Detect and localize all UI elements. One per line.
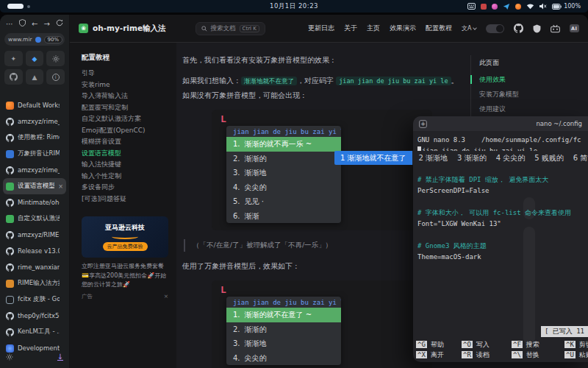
bilibili-tv-icon[interactable] (551, 24, 560, 33)
nav-config-tutorial[interactable]: 配置教程 (426, 24, 452, 33)
ime-candidate[interactable]: 4.尖尖的 (226, 351, 341, 366)
nav-home[interactable]: 主页 (367, 24, 380, 33)
docs-sidebar-item[interactable]: 设置语言模型 (82, 148, 168, 160)
zoom-level-badge[interactable]: 90% (44, 36, 63, 43)
reload-button[interactable] (56, 19, 63, 28)
tab-favicon (6, 150, 14, 158)
volume-icon[interactable] (539, 3, 547, 10)
language-switch[interactable]: 文A (462, 24, 476, 32)
ime-popup-after: jian jian de jiu bu zai yi le 1.渐渐的就不在意了… (226, 297, 341, 365)
browser-tab[interactable]: RIME输入法方案… (3, 275, 66, 291)
browser-menu-button[interactable]: ⋯ (6, 20, 13, 28)
nav-demo[interactable]: 效果演示 (390, 24, 416, 33)
ime-candidate[interactable]: 2 渐渐地 (419, 153, 448, 163)
tab-favicon (6, 263, 14, 272)
extension-button-3[interactable] (46, 51, 65, 66)
info-button[interactable]: i (46, 69, 65, 85)
docs-sidebar-item[interactable]: Emoji配置(OpenCC) (82, 125, 168, 137)
shield-icon[interactable] (19, 19, 26, 28)
docs-sidebar-item[interactable]: 输入法快捷键 (82, 159, 168, 171)
ime-candidate[interactable]: 2.渐渐的 (226, 322, 341, 337)
browser-tab[interactable]: KenLM工具 - … (3, 324, 66, 340)
browser-tab[interactable]: amzxyz/rime_wo… (3, 113, 66, 130)
outline-item[interactable]: 使用效果 (479, 72, 551, 87)
browser-tab[interactable]: fcitx 皮肤 - Goog… (3, 291, 66, 308)
browser-tab[interactable]: thep0y/fcitx5-th… (3, 308, 66, 324)
browser-tab[interactable]: 万象拼音让RIME… (3, 146, 66, 162)
extension-button-2[interactable]: ◆ (26, 51, 44, 66)
battery-indicator[interactable]: 100% (552, 3, 581, 10)
docs-sidebar-item[interactable]: 多设备同步 (82, 182, 168, 194)
ad-cta-button[interactable]: 云产品免费体验 (103, 242, 148, 251)
keyboard-layout-icon[interactable] (467, 3, 476, 10)
ime-candidate[interactable]: 3.渐渐地 (226, 336, 341, 351)
nav-about[interactable]: 关于 (344, 24, 357, 33)
docs-sidebar-item[interactable]: 导入薄荷输入法 (82, 91, 168, 102)
site-title[interactable]: oh-my-rime输入法 (93, 24, 166, 34)
browser-tab[interactable]: Default Worksp… (3, 97, 66, 113)
ime-candidate[interactable]: 5.见见 · (226, 194, 341, 209)
ime-candidate[interactable]: 3.渐渐地 (226, 166, 341, 180)
browser-tab[interactable]: 使用教程: Rime (3, 130, 66, 146)
outline-item[interactable]: 使用建议 (479, 102, 551, 116)
ad-close-icon[interactable]: × (164, 293, 168, 300)
browser-tab[interactable]: 自定义默认激活方… (3, 210, 66, 227)
new-tab-button[interactable]: + (419, 120, 427, 128)
search-input[interactable]: 搜索文档 Ctrl K (196, 22, 265, 35)
browser-tab[interactable]: Release v13.0.3… (3, 243, 66, 259)
docs-sidebar-item[interactable]: 自定义默认激活方案 (82, 113, 168, 125)
forward-button[interactable]: → (44, 20, 50, 28)
extension-button-1[interactable]: ✦ (4, 51, 23, 66)
downloads-icon[interactable]: ↓ (57, 353, 63, 361)
outline-title: 此页面 (479, 55, 551, 68)
ime-candidate[interactable]: 4 尖尖的 (496, 153, 526, 163)
nano-shortcut: ^F搜索 (512, 339, 564, 350)
github-icon[interactable] (514, 24, 523, 33)
tab-close-icon[interactable]: × (58, 183, 63, 190)
ad-card[interactable]: 亚马逊云科技 云产品免费体验 立即注册亚马逊云服务免费套餐💳享高达200美元抵扣… (82, 216, 168, 300)
tab-favicon (6, 102, 14, 110)
terminal-titlebar[interactable]: + nano ~/.config (413, 116, 588, 131)
search-icon (201, 26, 207, 32)
ime-candidate[interactable]: 2.渐渐的 (226, 152, 341, 166)
ime-candidate[interactable]: 6 简简单 (573, 153, 588, 163)
docs-sidebar-item[interactable]: 输入个性定制 (82, 171, 168, 183)
ime-candidate[interactable]: 5 贱贱的 (534, 153, 564, 163)
ime-selected-candidate[interactable]: 1 渐渐地就不在意了 (334, 151, 412, 165)
nav-changelog[interactable]: 更新日志 (308, 24, 334, 33)
docs-sidebar-list: 引导 安装rime 导入薄荷输入法 配置覆写和定制 自定义默认激活方案 Emoj… (82, 68, 168, 205)
ime-candidate[interactable]: 1.渐渐的就不再一乐 ~ (226, 137, 341, 152)
docs-sidebar-item[interactable]: 引导 (82, 68, 168, 79)
tray-app-icon-red[interactable] (481, 4, 487, 10)
tray-app-icon-pink[interactable] (492, 4, 498, 10)
docs-sidebar-item[interactable]: 配置覆写和定制 (82, 102, 168, 114)
ime-candidate[interactable]: 1.渐渐的就不在意了 ~ (226, 308, 341, 322)
docs-sidebar-item[interactable]: [可选]问题答疑 (82, 194, 168, 205)
ime-candidate[interactable]: 3 渐渐的 (457, 153, 487, 163)
github-shortcut-button[interactable] (4, 69, 23, 85)
browser-tab[interactable]: Mintimate/oh-my… (3, 194, 66, 210)
back-button[interactable]: ← (32, 20, 37, 28)
settings-gear-icon[interactable] (6, 350, 13, 364)
docs-sidebar-item[interactable]: 安装rime (82, 79, 168, 91)
wifi-icon[interactable] (526, 3, 534, 10)
tray-app-icon-orange[interactable] (515, 4, 521, 10)
outline-item[interactable]: 安装万象模型 (479, 87, 551, 102)
eject-button[interactable]: ▲ (26, 69, 44, 85)
docs-sidebar-item[interactable]: 模糊拼音设置 (82, 136, 168, 148)
browser-tab[interactable]: amzxyz/rime_wo… (3, 162, 66, 178)
browser-tab[interactable]: amzxyz/RIME-LM… (3, 227, 66, 243)
site-logo[interactable]: ❀ (79, 24, 88, 33)
tab-favicon (6, 183, 14, 191)
theme-toggle[interactable] (486, 24, 504, 33)
tab-label: 设置语言模型 (18, 182, 54, 191)
telegram-icon[interactable] (503, 3, 510, 10)
ai-badge[interactable]: AI (570, 24, 579, 32)
url-bar[interactable]: www.mir 90% (4, 33, 65, 46)
ime-candidate[interactable]: 4.尖尖的 (226, 180, 341, 195)
browser-tab[interactable]: rime_wanxiang/… (3, 259, 66, 275)
browser-tab[interactable]: 设置语言模型 × (3, 178, 66, 194)
screenshot-before-model: L jian jian de jiu bu zai yi le 1.渐渐的就不再… (212, 110, 432, 230)
ime-candidate[interactable]: 6.渐渐 (226, 209, 341, 224)
shield-link-icon[interactable] (533, 24, 541, 33)
